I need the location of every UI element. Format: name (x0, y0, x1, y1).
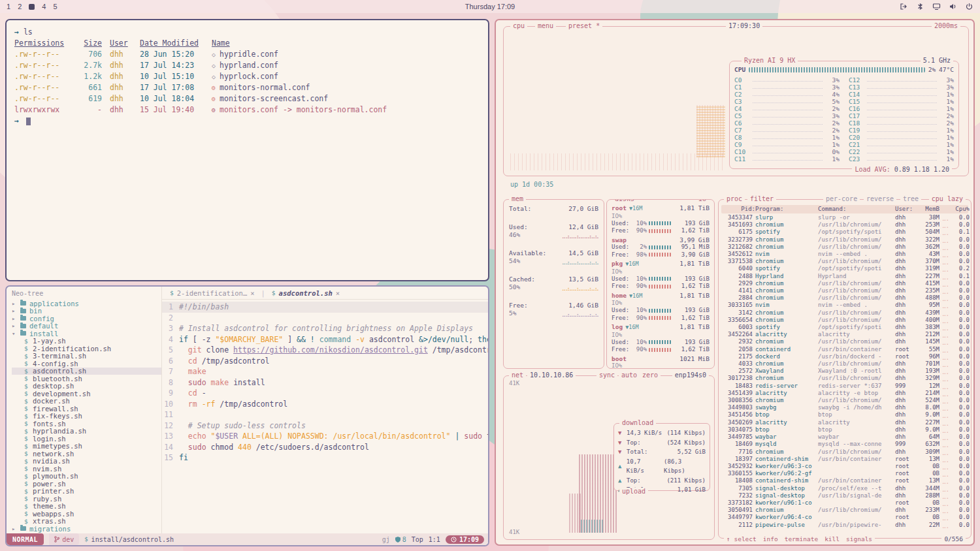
tree-file-docker.sh[interactable]: $docker.sh (12, 398, 161, 405)
process-row[interactable]: 3017238chromium/usr/lib/chromium/dhh329M… (721, 375, 968, 382)
process-row[interactable]: 3034075btopbtopdhh9.0M⣀⡀0.0 (721, 426, 968, 433)
tree-file-printer.sh[interactable]: $printer.sh (12, 488, 161, 496)
process-row[interactable]: 3371538chromium/usr/lib/chromium/dhh370M… (721, 258, 968, 265)
process-row[interactable]: 2112pipewire-pulse/usr/bin/pipewire-dhh2… (721, 522, 968, 529)
process-row[interactable]: 3212682chromium/usr/lib/chromium/dhh362M… (721, 244, 968, 251)
tree-dir-default[interactable]: ▸default (12, 323, 161, 330)
process-row[interactable]: 3360155kworker/u96:2-gfroot0B⣀⡀0.0 (721, 470, 968, 477)
tree-file-mimetypes.sh[interactable]: $mimetypes.sh (12, 443, 161, 450)
tree-file-4-config.sh[interactable]: $4-config.sh (12, 360, 161, 368)
process-row[interactable]: 3450269alacrittyalacrittydhh227M⣀⡀0.0 (721, 419, 968, 426)
tree-file-ruby.sh[interactable]: $ruby.sh (12, 495, 161, 503)
process-column-header[interactable]: Command: (818, 205, 895, 213)
process-row[interactable]: 3449797kworker/u96:4-coroot0B⣀⡀0.0 (721, 514, 968, 521)
tree-file-fonts.sh[interactable]: $fonts.sh (12, 420, 161, 428)
sort-selector[interactable]: cpu lazy (929, 195, 966, 202)
process-row[interactable]: 2932chromium/usr/lib/chromium/dhh145M⣀⡀0… (721, 338, 968, 345)
proc-action-select[interactable]: ↑ select (727, 535, 757, 543)
process-row[interactable]: 3033165nvimnvim --embed .dhh95M⣀⡀0.0 (721, 302, 968, 309)
process-row[interactable]: 6003spotify/opt/spotify/spotidhh383M⣀⡀0.… (721, 324, 968, 331)
tree-file-login.sh[interactable]: $login.sh (12, 435, 161, 443)
process-row[interactable]: 2572XwaylandXwayland :0 -rootldhh193M⣀⡀0… (721, 368, 968, 375)
process-row[interactable]: 2488HyprlandHyprlanddhh227M⣀⡀0.1 (721, 273, 968, 280)
net-auto-button[interactable]: auto (619, 371, 640, 379)
tree-dir-bin[interactable]: ▸bin (12, 307, 161, 315)
net-zero-button[interactable]: zero (640, 371, 661, 379)
close-icon[interactable]: × (336, 289, 340, 297)
code-buffer[interactable]: 1#!/bin/bash23# Install asdcontrol for c… (162, 300, 488, 533)
process-row[interactable]: 2058containerd/usr/bin/containerroot55M⣀… (721, 346, 968, 353)
update-interval[interactable]: 2000ms (932, 22, 960, 29)
process-row[interactable]: 3449785waybarwaybardhh64M⣀⡀0.0 (721, 433, 968, 441)
process-column-header[interactable]: Program: (755, 205, 818, 213)
process-row[interactable]: 2929chromium/usr/lib/chromium/dhh415M⣀⡀0… (721, 280, 968, 287)
tab-2-identification…[interactable]: $2-identification…× (165, 287, 260, 299)
tree-dir-config[interactable]: ▸config (12, 315, 161, 323)
process-column-header[interactable]: MemB (916, 205, 939, 213)
process-row[interactable]: 3451693chromium/usr/lib/chromium/dhh253M… (721, 221, 968, 228)
process-row[interactable]: 3142chromium/usr/lib/chromium/dhh439M⣀⡀0… (721, 309, 968, 317)
reverse-toggle[interactable]: reverse (864, 195, 896, 202)
process-row[interactable]: 18469mysqldmysqld --max-conne999632M⣀⡀0.… (721, 441, 968, 448)
workspace-button-2[interactable]: 2 (18, 3, 22, 10)
tree-file-3-terminal.sh[interactable]: $3-terminal.sh (12, 353, 161, 360)
process-column-header[interactable]: Pid: (723, 205, 755, 213)
tree-file-webapps.sh[interactable]: $webapps.sh (12, 510, 161, 518)
process-row[interactable]: 18408containerd-shim/usr/bin/containerro… (721, 477, 968, 484)
process-row[interactable]: 2884chromium/usr/lib/chromium/dhh488M⣀⡀0… (721, 294, 968, 302)
tree-dir-migrations[interactable]: ▸migrations (12, 525, 161, 533)
tab-asdcontrol.sh[interactable]: $asdcontrol.sh× (267, 287, 345, 299)
workspace-button-4[interactable]: 4 (42, 3, 46, 10)
tree-toggle[interactable]: tree (900, 195, 921, 202)
preset-button[interactable]: preset * (566, 22, 602, 29)
process-row[interactable]: 6175spotify/opt/spotify/spotidhh504M⣀⡀0.… (721, 228, 968, 236)
display-icon[interactable] (932, 3, 941, 10)
tree-file-1-yay.sh[interactable]: $1-yay.sh (12, 338, 161, 345)
filter-button[interactable]: filter (747, 195, 776, 202)
tree-file-nvim.sh[interactable]: $nvim.sh (12, 465, 161, 473)
process-row[interactable]: 18397containerd-shim/usr/bin/containerro… (721, 456, 968, 463)
tree-file-fix-fkeys.sh[interactable]: $fix-fkeys.sh (12, 413, 161, 420)
proc-action-terminate[interactable]: terminate (785, 535, 818, 543)
proc-action-signals[interactable]: signals (846, 535, 872, 543)
menu-button[interactable]: menu (535, 22, 556, 29)
process-row[interactable]: 3008356chromium/usr/lib/chromium/dhh524M… (721, 397, 968, 404)
tree-file-desktop.sh[interactable]: $desktop.sh (12, 383, 161, 390)
process-row[interactable]: 3232739chromium/usr/lib/chromium/dhh322M… (721, 236, 968, 244)
process-row[interactable]: 2175dockerd/usr/bin/dockerd -root96M⣀⡀0.… (721, 353, 968, 360)
process-row[interactable]: 3452612nvimnvim --embed .dhh43M⣀⡀0.0 (721, 251, 968, 258)
per-core-toggle[interactable]: per-core (823, 195, 860, 202)
terminal-prompt-line[interactable]: → (14, 116, 480, 127)
tree-file-network.sh[interactable]: $network.sh (12, 450, 161, 458)
workspace-button-1[interactable]: 1 (7, 3, 10, 10)
logout-icon[interactable] (900, 3, 908, 10)
close-icon[interactable]: × (250, 289, 254, 297)
workspace-button-3[interactable] (29, 4, 35, 10)
net-sync-button[interactable]: sync (596, 371, 617, 379)
proc-action-info[interactable]: info (763, 535, 778, 543)
volume-icon[interactable] (949, 3, 957, 10)
tree-file-nvidia.sh[interactable]: $nvidia.sh (12, 458, 161, 465)
process-row[interactable]: 3356654chromium/usr/lib/chromium/dhh400M… (721, 317, 968, 324)
process-row[interactable]: 4141chromium/usr/lib/chromium/dhh235M⣀⡀0… (721, 287, 968, 294)
process-column-header[interactable]: Cpu% (939, 205, 970, 213)
tree-file-xtras.sh[interactable]: $xtras.sh (12, 518, 161, 526)
process-row[interactable]: 3050491chromium/usr/lib/chromium/dhh233M… (721, 507, 968, 514)
process-row[interactable]: 4033chromium/usr/lib/chromium/dhh701M⣀⡀0… (721, 360, 968, 368)
bluetooth-icon[interactable] (916, 3, 924, 10)
process-row[interactable]: 3449803swaybgswaybg -i /home/dhdhh8.0M⣀⡀… (721, 404, 968, 411)
process-row[interactable]: 3451439alacrittyalacritty -e btopdhh214M… (721, 390, 968, 397)
tree-file-hyprlandia.sh[interactable]: $hyprlandia.sh (12, 428, 161, 435)
process-row[interactable]: 7716chromium/usr/lib/chromium/dhh309M⣀⡀0… (721, 449, 968, 456)
tree-file-asdcontrol.sh[interactable]: $asdcontrol.sh (12, 368, 161, 375)
tree-file-2-identification.sh[interactable]: $2-identification.sh (12, 345, 161, 353)
process-column-header[interactable]: User: (895, 205, 916, 213)
tree-file-power.sh[interactable]: $power.sh (12, 480, 161, 488)
process-row[interactable]: 7232signal-desktop/usr/lib/signal-dedhh2… (721, 492, 968, 499)
process-row[interactable]: 3452264alacrittyalacrittydhh212M⣀⡀0.0 (721, 331, 968, 338)
process-row[interactable]: 7305signal-desktop/proc/self/exe --tdhh3… (721, 485, 968, 492)
tree-dir-install[interactable]: ▾install (12, 330, 161, 338)
process-row[interactable]: 3452932kworker/u96:3-coroot0B⣀⡀0.0 (721, 463, 968, 470)
process-row[interactable]: 18483redis-serverredis-server *:63799912… (721, 383, 968, 390)
process-row[interactable]: 3453347slurpslurp -ordhh38M⣀⡀0.0 (721, 214, 968, 221)
